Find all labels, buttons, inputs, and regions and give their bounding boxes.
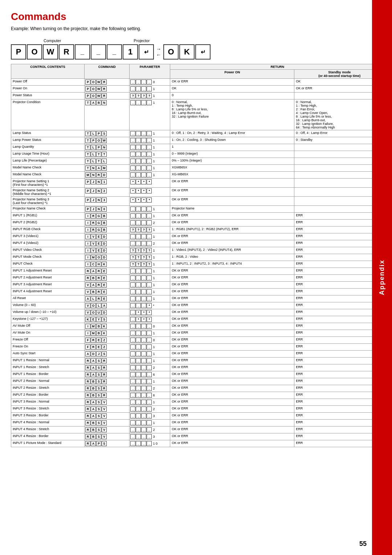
param-letter: _ <box>130 407 135 412</box>
cell-power-on: 1 : RGB, 2 : Video <box>170 254 294 261</box>
param-letter: _ <box>136 324 141 329</box>
computer-label: Computer <box>44 38 61 43</box>
cmd-letter: R <box>91 220 96 225</box>
cell-parameter: ____2 <box>130 406 170 413</box>
param-letter: ? <box>136 227 141 232</box>
cell-power-on: OK or ERR <box>170 392 294 399</box>
param-letter: _ <box>130 289 135 294</box>
cell-control: INPUT 4 Adjustment Reset <box>11 289 85 295</box>
param-num: 2 <box>153 242 155 245</box>
cmd-letter: S <box>96 413 101 419</box>
cell-power-on: OK or ERR <box>170 213 294 220</box>
cell-standby: ERR <box>294 358 385 364</box>
cell-control: Projector Name Setting 3 (Last four char… <box>11 197 85 206</box>
param-num: 2 <box>153 221 155 225</box>
cmd-letter: I <box>85 234 90 239</box>
char-W: W <box>43 44 58 60</box>
param-letter: _ <box>130 234 135 239</box>
cmd-letter: E <box>96 234 101 239</box>
cell-standby: 0 : Standby <box>294 137 385 144</box>
cell-parameter: ____1 <box>130 137 170 144</box>
cell-power-on: OK or ERR <box>170 188 294 197</box>
cell-command: POWR <box>85 79 130 86</box>
cmd-letter: T <box>85 131 90 136</box>
projector-label: Projector <box>134 38 150 43</box>
cmd-letter: R <box>96 296 101 301</box>
cmd-letter: S <box>96 427 101 432</box>
cmd-letter: I <box>85 324 90 329</box>
cell-parameter: ____2 <box>130 385 170 392</box>
example-row: P O W R _ _ _ 1 ↵ → ← O K ↵ <box>11 44 385 60</box>
cell-parameter: ____1 <box>130 282 170 289</box>
table-row: Volume (0 – 60)VOLA___**OK or ERRERR <box>11 302 385 309</box>
param-letter: _ <box>147 276 152 281</box>
cell-standby: ERR <box>294 399 385 406</box>
cell-control: AV Mute Off <box>11 323 85 330</box>
cell-command: IVED <box>85 247 130 254</box>
param-letter: _ <box>147 296 152 301</box>
param-letter: _ <box>130 427 135 432</box>
page-number: 55 <box>359 540 367 548</box>
cmd-letter: P <box>85 188 90 193</box>
param-letter: _ <box>130 86 135 91</box>
cell-standby: 0 : Normal, 1 : Temp High, 2 : Fan Error… <box>294 99 385 130</box>
cell-standby: OK <box>294 79 385 86</box>
cmd-letter: 0 <box>102 207 107 212</box>
cmd-letter: B <box>91 379 96 384</box>
param-letter: ? <box>136 262 141 267</box>
cell-standby: ERR <box>294 406 385 413</box>
param-letter: _ <box>136 213 141 219</box>
cmd-letter: R <box>85 379 90 384</box>
cmd-letter: R <box>85 393 90 398</box>
table-row: INPUT 4 Adjustment ResetVBRE____1OK or E… <box>11 289 385 295</box>
cmd-letter: K <box>102 262 107 267</box>
param-letter: _ <box>130 420 135 425</box>
param-letter: _ <box>147 166 152 171</box>
th-power-on: Power ON <box>170 70 294 79</box>
cmd-letter: B <box>91 434 96 439</box>
char-us1: _ <box>75 44 90 60</box>
cell-parameter: ____2 <box>130 220 170 227</box>
cmd-letter: R <box>85 276 90 281</box>
cell-command: VARE <box>85 282 130 289</box>
param-letter: * <box>130 179 135 184</box>
cell-power-on: 1 : On, 2 : Cooling, 3 : Shutting Down <box>170 137 294 144</box>
cmd-letter: S <box>96 434 101 439</box>
param-letter: _ <box>136 166 141 171</box>
cmd-letter: D <box>102 255 107 260</box>
cell-standby: ERR <box>294 351 385 358</box>
table-row: INPUT 2 (RGB2)IRGB____2OK or ERRERR <box>11 220 385 227</box>
table-row: INPUT Mode CheckIMOD????11 : RGB, 2 : Vi… <box>11 254 385 261</box>
cell-parameter: ____1 <box>130 158 170 165</box>
cell-control: INPUT Check <box>11 261 85 268</box>
table-row: Lamp Usage Time (Hour)TLTT____10 – 9999 … <box>11 151 385 158</box>
cell-control: Freeze Off <box>11 337 85 344</box>
cmd-letter: R <box>85 400 90 405</box>
cell-command: PJN1 <box>85 179 130 188</box>
param-letter: _ <box>141 152 146 157</box>
cell-power-on: Projector Name <box>170 206 294 213</box>
cell-command: RASR <box>85 364 130 371</box>
param-letter: _ <box>141 79 146 85</box>
cmd-letter: R <box>85 386 90 391</box>
cell-control: INPUT 2 Resize : Border <box>11 392 85 399</box>
cell-power-on: OK or ERR <box>170 309 294 316</box>
table-row: Power OnPOWR____1OKOK or ERR <box>11 86 385 93</box>
cmd-letter: S <box>96 358 101 363</box>
param-letter: _ <box>141 145 146 150</box>
param-letter: _ <box>130 338 135 343</box>
cell-control: INPUT 4 Resize : Stretch <box>11 427 85 433</box>
cell-command: RBRE <box>85 275 130 282</box>
param-num: 0 <box>153 325 155 328</box>
param-letter: _ <box>130 213 135 219</box>
param-letter: _ <box>136 159 141 164</box>
cell-standby: ERR <box>294 440 385 447</box>
param-letter: _ <box>130 152 135 157</box>
cell-control: Lamp Power Status <box>11 137 85 144</box>
cell-command: IRGB <box>85 220 130 227</box>
cell-control: Volume up / down (−10 – +10) <box>11 309 85 316</box>
cell-control: Lamp Usage Time (Hour) <box>11 151 85 158</box>
cell-power-on: OK or ERR <box>170 427 294 433</box>
cmd-letter: E <box>102 296 107 301</box>
param-letter: _ <box>141 220 146 225</box>
